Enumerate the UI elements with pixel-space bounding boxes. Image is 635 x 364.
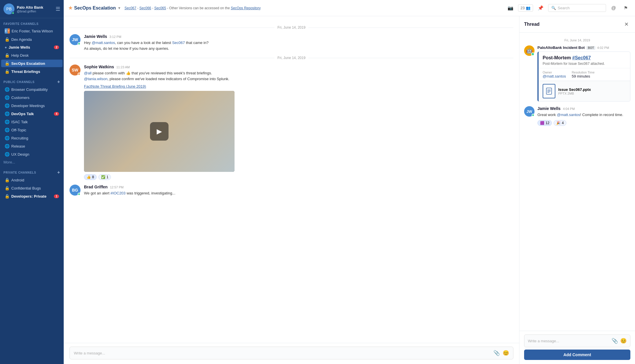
pm-file-type: PPTX 2MB: [558, 92, 591, 95]
sidebar-item-label: Developers: Private: [11, 194, 52, 198]
sidebar-item-isac-talk[interactable]: 🌐 ISAC Talk: [1, 118, 63, 126]
sidebar-item-off-topic[interactable]: 🌐 Off-Topic: [1, 126, 63, 134]
menu-icon[interactable]: ☰: [56, 6, 60, 12]
lock-icon: 🔒: [5, 37, 10, 42]
messages-column: Fri, June 14, 2019 JW Jamie Wells 3:12 P…: [64, 16, 519, 364]
sec067-msg-link[interactable]: Sec067: [172, 41, 185, 45]
message-avatar: BG: [69, 185, 80, 196]
sidebar-header: PB Palo Alto Bank @brad.griffen ☰: [0, 0, 64, 18]
channel-subtitle: Sec067 - Sec066 - Sec065 - Other Version…: [125, 6, 502, 10]
sec065-link[interactable]: Sec065: [154, 6, 166, 10]
attachment-icon[interactable]: 📎: [493, 350, 500, 356]
pm-file-name: Issue Sec067.pptx: [558, 87, 591, 92]
video-call-button[interactable]: 📷: [506, 3, 515, 13]
sidebar-item-label: DevOps Talk: [11, 112, 52, 116]
flag-icon[interactable]: ⚑: [621, 3, 630, 13]
thread-attachment-icon[interactable]: 📎: [612, 338, 618, 344]
message-content: Jamie Wells 3:12 PM Hey @matt.santos, ca…: [84, 34, 513, 51]
sidebar-item-threat-briefings[interactable]: 🔒 Threat Briefings: [1, 68, 63, 75]
message-text: We got an alert #IOC203 was triggered, i…: [84, 190, 513, 196]
sidebar-item-label: Release: [11, 144, 59, 148]
play-button[interactable]: ▶: [150, 122, 169, 141]
user-handle: @brad.griffen: [17, 10, 53, 13]
unread-badge: 4: [54, 112, 59, 116]
unread-badge: 1: [54, 194, 59, 198]
sidebar-item-ux-design[interactable]: 🌐 UX Design: [1, 150, 63, 158]
thread-panel: Thread ✕ Fri, June 14, 2019 🤖 PaloAltoBa…: [519, 16, 635, 364]
tania-mention[interactable]: @tania.wilson: [84, 77, 107, 81]
sidebar-item-label: UX Design: [11, 152, 59, 157]
sidebar-item-label: Browser Compatibility: [11, 87, 59, 92]
pm-meta: Owner @matt.santos Resolution Time 59 mi…: [539, 68, 630, 81]
pm-file-info: Issue Sec067.pptx PPTX 2MB: [558, 87, 591, 95]
sidebar-item-label: Recruiting: [11, 136, 59, 140]
thread-message-input[interactable]: [528, 339, 609, 343]
member-count-number: 23: [521, 6, 525, 10]
lock-icon: 🔒: [5, 186, 10, 190]
message-brad-griffen: BG Brad Griffen 12:57 PM We got an alert…: [69, 185, 513, 196]
mention-icon[interactable]: @: [609, 3, 618, 13]
sidebar-item-confidential-bugs[interactable]: 🔒 Confidential Bugs: [1, 184, 63, 192]
factnote-link[interactable]: FactNote Threat Briefing (June 2019): [84, 84, 146, 89]
sec067-link[interactable]: Sec067: [125, 6, 136, 10]
pm-link[interactable]: #Sec067: [572, 55, 591, 60]
pm-resolution: Resolution Time 59 minutes: [572, 71, 594, 78]
add-comment-button[interactable]: Add Comment: [524, 350, 630, 360]
sidebar-item-dev-agenda[interactable]: 🔒 Dev Agenda: [1, 36, 63, 43]
all-mention[interactable]: @all: [84, 71, 92, 75]
sidebar-item-label: Eric Foster, Tania Wilson: [12, 29, 59, 33]
sidebar-item-android[interactable]: 🔒 Android: [1, 176, 63, 184]
add-public-channel-button[interactable]: +: [57, 80, 60, 84]
globe-icon: 🌐: [5, 128, 10, 132]
reaction-purple[interactable]: 🟪 12: [537, 120, 552, 126]
reaction-thumbsup[interactable]: 👍 8: [84, 174, 97, 180]
reaction-party[interactable]: 🎉 4: [554, 120, 566, 126]
sidebar-item-developer-meetings[interactable]: 🌐 Developer Meetings: [1, 102, 63, 109]
bot-message: 🤖 PaloAltoBank Incident Bot BOT 4:02 PM: [524, 45, 630, 102]
main-area: ★ SecOps Escalation ▼ Sec067 - Sec066 - …: [64, 0, 635, 364]
member-count[interactable]: 23 👥: [518, 4, 533, 12]
sidebar-item-label: Help Desk: [11, 53, 59, 58]
channel-title: ★ SecOps Escalation ▼: [68, 5, 121, 11]
sidebar-item-label: Dev Agenda: [11, 37, 59, 42]
sec066-link[interactable]: Sec066: [139, 6, 151, 10]
secops-repo-link[interactable]: SecOps Repository: [231, 6, 261, 10]
thread-close-button[interactable]: ✕: [622, 20, 630, 28]
messages-area: Fri, June 14, 2019 JW Jamie Wells 3:12 P…: [64, 16, 519, 343]
video-thumbnail[interactable]: ▶: [84, 91, 235, 172]
message-jamie-wells: JW Jamie Wells 3:12 PM Hey @matt.santos,…: [69, 34, 513, 51]
more-channels-link[interactable]: More...: [0, 158, 64, 166]
sidebar-item-recruiting[interactable]: 🌐 Recruiting: [1, 134, 63, 142]
sidebar-item-label: Android: [11, 178, 59, 182]
message-author: Sophie Watkins: [84, 65, 114, 69]
star-icon[interactable]: ★: [68, 5, 72, 11]
sidebar-item-eric-tania[interactable]: E T Eric Foster, Tania Wilson: [1, 27, 63, 35]
search-box[interactable]: 🔍 Search: [548, 4, 606, 12]
sidebar-item-release[interactable]: 🌐 Release: [1, 142, 63, 150]
emoji-icon[interactable]: 😊: [503, 350, 509, 356]
globe-icon: 🌐: [5, 152, 10, 157]
pin-icon[interactable]: 📌: [536, 3, 545, 13]
ioc203-link[interactable]: #IOC203: [111, 191, 126, 195]
sidebar-item-devops-talk[interactable]: 🌐 DevOps Talk 4: [1, 110, 63, 117]
thread-reply: JW Jamie Wells 4:04 PM Great work @matt.…: [524, 106, 630, 126]
thread-messages: Fri, June 14, 2019 🤖 PaloAltoBank Incide…: [519, 33, 635, 331]
pm-owner: Owner @matt.santos: [543, 71, 566, 78]
sidebar-item-customers[interactable]: 🌐 Customers: [1, 94, 63, 101]
sidebar-item-developers-private[interactable]: 🔒 Developers: Private 1: [1, 192, 63, 200]
lock-icon: 🔒: [5, 178, 10, 182]
sidebar-item-jamie-wells[interactable]: ● Jamie Wells 2: [1, 44, 63, 51]
mention-matt[interactable]: @matt.santos: [92, 41, 115, 45]
sidebar-item-help-desk[interactable]: 🔒 Help Desk: [1, 52, 63, 59]
reply-reactions: 🟪 12 🎉 4: [537, 120, 630, 126]
matt-mention[interactable]: @matt.santos: [557, 113, 580, 117]
sidebar-item-secops-escalation[interactable]: 🔒 SecOps Escalation: [1, 60, 63, 67]
thread-emoji-icon[interactable]: 😊: [620, 338, 627, 344]
message-time: 12:57 PM: [110, 185, 124, 189]
lock-icon: 🔒: [5, 61, 10, 66]
reaction-check[interactable]: ✅ 1: [98, 174, 111, 180]
chevron-down-icon[interactable]: ▼: [118, 6, 121, 10]
message-input[interactable]: [74, 351, 491, 355]
add-private-channel-button[interactable]: +: [57, 170, 60, 175]
sidebar-item-browser-compat[interactable]: 🌐 Browser Compatibility: [1, 86, 63, 93]
